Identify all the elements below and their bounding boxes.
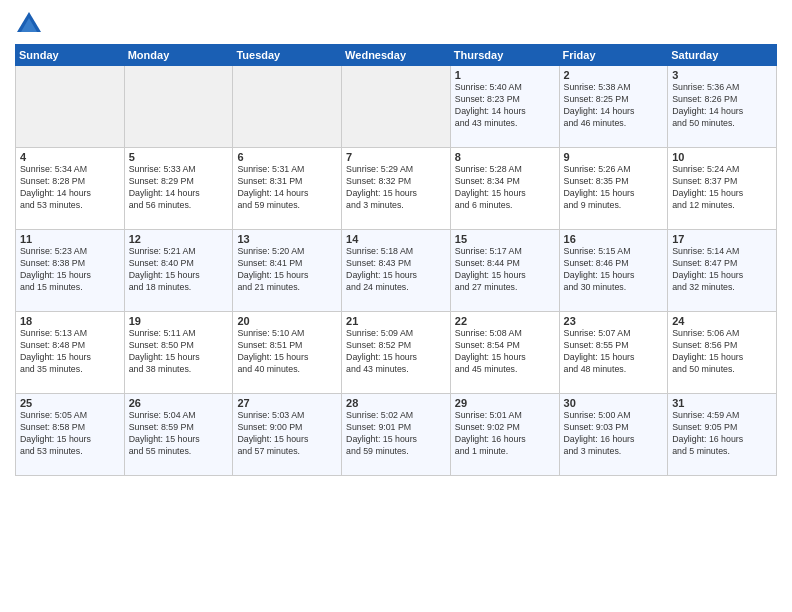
day-number: 9 — [564, 151, 664, 163]
day-cell: 22Sunrise: 5:08 AMSunset: 8:54 PMDayligh… — [450, 312, 559, 394]
day-info: Sunrise: 4:59 AMSunset: 9:05 PMDaylight:… — [672, 410, 772, 458]
day-cell: 3Sunrise: 5:36 AMSunset: 8:26 PMDaylight… — [668, 66, 777, 148]
day-number: 27 — [237, 397, 337, 409]
day-info: Sunrise: 5:13 AMSunset: 8:48 PMDaylight:… — [20, 328, 120, 376]
day-info: Sunrise: 5:29 AMSunset: 8:32 PMDaylight:… — [346, 164, 446, 212]
day-info: Sunrise: 5:36 AMSunset: 8:26 PMDaylight:… — [672, 82, 772, 130]
week-row-2: 4Sunrise: 5:34 AMSunset: 8:28 PMDaylight… — [16, 148, 777, 230]
day-header-monday: Monday — [124, 45, 233, 66]
day-number: 4 — [20, 151, 120, 163]
day-info: Sunrise: 5:28 AMSunset: 8:34 PMDaylight:… — [455, 164, 555, 212]
day-info: Sunrise: 5:08 AMSunset: 8:54 PMDaylight:… — [455, 328, 555, 376]
calendar: SundayMondayTuesdayWednesdayThursdayFrid… — [15, 44, 777, 476]
day-number: 3 — [672, 69, 772, 81]
day-cell — [16, 66, 125, 148]
day-info: Sunrise: 5:01 AMSunset: 9:02 PMDaylight:… — [455, 410, 555, 458]
day-cell: 9Sunrise: 5:26 AMSunset: 8:35 PMDaylight… — [559, 148, 668, 230]
day-info: Sunrise: 5:00 AMSunset: 9:03 PMDaylight:… — [564, 410, 664, 458]
header — [15, 10, 777, 38]
day-info: Sunrise: 5:11 AMSunset: 8:50 PMDaylight:… — [129, 328, 229, 376]
day-number: 11 — [20, 233, 120, 245]
day-cell: 5Sunrise: 5:33 AMSunset: 8:29 PMDaylight… — [124, 148, 233, 230]
day-number: 29 — [455, 397, 555, 409]
week-row-5: 25Sunrise: 5:05 AMSunset: 8:58 PMDayligh… — [16, 394, 777, 476]
day-cell — [233, 66, 342, 148]
day-header-tuesday: Tuesday — [233, 45, 342, 66]
day-info: Sunrise: 5:24 AMSunset: 8:37 PMDaylight:… — [672, 164, 772, 212]
day-info: Sunrise: 5:04 AMSunset: 8:59 PMDaylight:… — [129, 410, 229, 458]
day-cell: 29Sunrise: 5:01 AMSunset: 9:02 PMDayligh… — [450, 394, 559, 476]
day-info: Sunrise: 5:38 AMSunset: 8:25 PMDaylight:… — [564, 82, 664, 130]
day-cell: 28Sunrise: 5:02 AMSunset: 9:01 PMDayligh… — [342, 394, 451, 476]
day-info: Sunrise: 5:05 AMSunset: 8:58 PMDaylight:… — [20, 410, 120, 458]
day-number: 18 — [20, 315, 120, 327]
day-cell: 13Sunrise: 5:20 AMSunset: 8:41 PMDayligh… — [233, 230, 342, 312]
day-cell: 14Sunrise: 5:18 AMSunset: 8:43 PMDayligh… — [342, 230, 451, 312]
day-number: 24 — [672, 315, 772, 327]
day-info: Sunrise: 5:17 AMSunset: 8:44 PMDaylight:… — [455, 246, 555, 294]
day-cell: 17Sunrise: 5:14 AMSunset: 8:47 PMDayligh… — [668, 230, 777, 312]
day-info: Sunrise: 5:06 AMSunset: 8:56 PMDaylight:… — [672, 328, 772, 376]
day-cell: 25Sunrise: 5:05 AMSunset: 8:58 PMDayligh… — [16, 394, 125, 476]
day-info: Sunrise: 5:10 AMSunset: 8:51 PMDaylight:… — [237, 328, 337, 376]
day-header-saturday: Saturday — [668, 45, 777, 66]
day-header-thursday: Thursday — [450, 45, 559, 66]
day-cell: 15Sunrise: 5:17 AMSunset: 8:44 PMDayligh… — [450, 230, 559, 312]
day-cell: 26Sunrise: 5:04 AMSunset: 8:59 PMDayligh… — [124, 394, 233, 476]
day-number: 20 — [237, 315, 337, 327]
day-info: Sunrise: 5:15 AMSunset: 8:46 PMDaylight:… — [564, 246, 664, 294]
day-cell: 6Sunrise: 5:31 AMSunset: 8:31 PMDaylight… — [233, 148, 342, 230]
day-info: Sunrise: 5:02 AMSunset: 9:01 PMDaylight:… — [346, 410, 446, 458]
logo-icon — [15, 10, 43, 38]
day-cell: 23Sunrise: 5:07 AMSunset: 8:55 PMDayligh… — [559, 312, 668, 394]
day-cell: 1Sunrise: 5:40 AMSunset: 8:23 PMDaylight… — [450, 66, 559, 148]
day-cell — [124, 66, 233, 148]
week-row-1: 1Sunrise: 5:40 AMSunset: 8:23 PMDaylight… — [16, 66, 777, 148]
day-number: 23 — [564, 315, 664, 327]
day-cell: 19Sunrise: 5:11 AMSunset: 8:50 PMDayligh… — [124, 312, 233, 394]
day-header-wednesday: Wednesday — [342, 45, 451, 66]
day-number: 28 — [346, 397, 446, 409]
day-info: Sunrise: 5:21 AMSunset: 8:40 PMDaylight:… — [129, 246, 229, 294]
day-number: 5 — [129, 151, 229, 163]
day-number: 12 — [129, 233, 229, 245]
day-info: Sunrise: 5:18 AMSunset: 8:43 PMDaylight:… — [346, 246, 446, 294]
day-number: 19 — [129, 315, 229, 327]
day-cell: 18Sunrise: 5:13 AMSunset: 8:48 PMDayligh… — [16, 312, 125, 394]
day-number: 26 — [129, 397, 229, 409]
day-number: 22 — [455, 315, 555, 327]
calendar-body: 1Sunrise: 5:40 AMSunset: 8:23 PMDaylight… — [16, 66, 777, 476]
day-number: 1 — [455, 69, 555, 81]
day-cell: 12Sunrise: 5:21 AMSunset: 8:40 PMDayligh… — [124, 230, 233, 312]
day-info: Sunrise: 5:31 AMSunset: 8:31 PMDaylight:… — [237, 164, 337, 212]
day-number: 7 — [346, 151, 446, 163]
day-number: 21 — [346, 315, 446, 327]
day-info: Sunrise: 5:34 AMSunset: 8:28 PMDaylight:… — [20, 164, 120, 212]
day-number: 30 — [564, 397, 664, 409]
day-number: 14 — [346, 233, 446, 245]
day-number: 31 — [672, 397, 772, 409]
day-info: Sunrise: 5:33 AMSunset: 8:29 PMDaylight:… — [129, 164, 229, 212]
day-header-friday: Friday — [559, 45, 668, 66]
day-info: Sunrise: 5:23 AMSunset: 8:38 PMDaylight:… — [20, 246, 120, 294]
day-number: 15 — [455, 233, 555, 245]
header-row: SundayMondayTuesdayWednesdayThursdayFrid… — [16, 45, 777, 66]
day-cell: 21Sunrise: 5:09 AMSunset: 8:52 PMDayligh… — [342, 312, 451, 394]
day-cell — [342, 66, 451, 148]
day-cell: 10Sunrise: 5:24 AMSunset: 8:37 PMDayligh… — [668, 148, 777, 230]
day-cell: 16Sunrise: 5:15 AMSunset: 8:46 PMDayligh… — [559, 230, 668, 312]
day-cell: 27Sunrise: 5:03 AMSunset: 9:00 PMDayligh… — [233, 394, 342, 476]
day-cell: 20Sunrise: 5:10 AMSunset: 8:51 PMDayligh… — [233, 312, 342, 394]
week-row-3: 11Sunrise: 5:23 AMSunset: 8:38 PMDayligh… — [16, 230, 777, 312]
day-number: 16 — [564, 233, 664, 245]
day-cell: 30Sunrise: 5:00 AMSunset: 9:03 PMDayligh… — [559, 394, 668, 476]
day-number: 6 — [237, 151, 337, 163]
day-number: 8 — [455, 151, 555, 163]
day-number: 13 — [237, 233, 337, 245]
day-header-sunday: Sunday — [16, 45, 125, 66]
day-cell: 11Sunrise: 5:23 AMSunset: 8:38 PMDayligh… — [16, 230, 125, 312]
day-number: 2 — [564, 69, 664, 81]
day-cell: 2Sunrise: 5:38 AMSunset: 8:25 PMDaylight… — [559, 66, 668, 148]
week-row-4: 18Sunrise: 5:13 AMSunset: 8:48 PMDayligh… — [16, 312, 777, 394]
day-number: 10 — [672, 151, 772, 163]
